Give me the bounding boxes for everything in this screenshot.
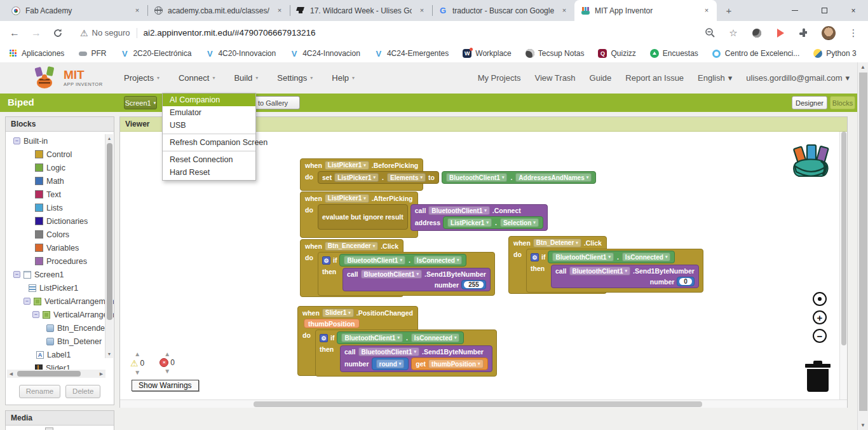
block-if-then[interactable]: ⚙ if BluetoothClient1▾ . IsConnected▾ [315,329,497,377]
tab-close-icon[interactable]: × [132,6,142,16]
bookmark-2c20-electronica[interactable]: V2C20-Electrónica [120,49,191,58]
error-down-icon[interactable]: ▼ [164,368,170,375]
designer-toggle-button[interactable]: Designer [792,96,827,109]
variable-dropdown[interactable]: thumbPosition▾ [428,359,484,368]
component-dropdown[interactable]: ListPicker1▾ [334,173,379,182]
bookmark-4c20-innovacion[interactable]: V4C20-Innovacion [205,49,276,58]
menu-build[interactable]: Build▾ [234,73,258,83]
scroll-left-icon[interactable]: ◀ [7,371,15,377]
scrollbar-thumb[interactable] [107,143,112,320]
block-get-selection[interactable]: ListPicker1▾ . Selection▾ [443,216,543,229]
block-call-send1bytenumber[interactable]: call BluetoothClient1▾ .Send1ByteNumber … [340,345,492,372]
component-dropdown[interactable]: Btn_Detener▾ [533,239,581,247]
component-dropdown[interactable]: Btn_Encender▾ [325,242,378,251]
backpack-icon[interactable] [791,142,831,183]
link-my-projects[interactable]: My Projects [478,73,521,83]
mutator-gear-icon[interactable]: ⚙ [320,334,328,342]
component-dropdown[interactable]: BluetoothClient1▾ [569,267,631,275]
tab-fab-academy[interactable]: Fab Academy × [5,0,147,21]
extension-circle-icon[interactable] [751,27,763,39]
scrollbar-thumb[interactable] [17,371,81,377]
tree-item-variables[interactable]: Variables [6,241,114,254]
property-dropdown[interactable]: IsConnected▾ [411,333,460,342]
block-btn-detener-click[interactable]: when Btn_Detener▾ .Click do ⚙ if [508,236,607,294]
forward-icon[interactable]: → [28,25,44,41]
bookmark-aplicaciones[interactable]: Aplicaciones [9,49,64,58]
scroll-up-icon[interactable]: ▲ [105,134,113,142]
mutator-gear-icon[interactable]: ⚙ [322,256,330,265]
menu-item-reset-connection[interactable]: Reset Connection [163,153,255,166]
warning-down-icon[interactable]: ▼ [134,369,140,376]
block-get-thumbposition[interactable]: get thumbPosition▾ [411,357,487,370]
link-view-trash[interactable]: View Trash [535,73,576,83]
block-get-addressesandnames[interactable]: BluetoothClient1▾ . AddressesAndNames▾ [442,171,596,184]
bookmark-4c24-innovacion[interactable]: V4C24-Innovacion [290,49,360,58]
zoom-out-icon[interactable] [704,27,715,39]
param-thumbposition[interactable]: thumbPosition [304,319,360,328]
tab-close-icon[interactable]: × [702,6,712,16]
minimize-button[interactable] [780,0,810,21]
property-dropdown[interactable]: IsConnected▾ [414,256,463,265]
component-dropdown[interactable]: BluetoothClient1▾ [361,270,423,279]
error-up-icon[interactable]: ▲ [164,350,170,357]
scrollbar-thumb[interactable] [841,132,846,345]
tab-academy-cba[interactable]: academy.cba.mit.edu/classes/w × [147,0,290,21]
not-secure-icon[interactable]: ⚠ [80,28,88,38]
block-btn-encender-click[interactable]: when Btn_Encender▾ .Click do ⚙ if [300,239,403,297]
block-evaluate-ignore[interactable]: evaluate but ignore result [318,204,408,230]
property-dropdown[interactable]: AddressesAndNames▾ [515,173,592,182]
tree-vertical-scrollbar[interactable]: ▲ ▼ [105,134,113,358]
zoom-in-icon[interactable]: + [813,310,827,324]
browser-menu-icon[interactable]: ⋮ [848,27,859,39]
block-round[interactable]: round▾ [372,357,409,370]
bookmark-encuestas[interactable]: Encuestas [650,49,698,58]
tree-item-text[interactable]: Text [6,188,114,201]
block-call-send1bytenumber[interactable]: call BluetoothClient1▾ .Send1ByteNumber … [551,265,699,288]
block-number-255[interactable]: 255 [461,280,486,289]
warning-up-icon[interactable]: ▲ [134,350,140,357]
tab-traductor[interactable]: G traductor - Buscar con Google × [432,0,574,21]
tree-item-lists[interactable]: Lists [6,201,114,214]
rename-button[interactable]: Rename [19,385,60,398]
block-if-then[interactable]: ⚙ if BluetoothClient1▾ . IsConnected▾ [526,249,703,293]
scrollbar-thumb[interactable] [859,73,867,411]
menu-connect[interactable]: Connect▾ [179,73,215,83]
zoom-out-canvas-icon[interactable]: − [813,329,827,343]
block-listpicker-beforepicking[interactable]: when ListPicker1▾ .BeforePicking do set … [300,158,423,191]
block-call-connect[interactable]: call BluetoothClient1▾ .Connect address … [410,204,548,231]
tree-item-screen1[interactable]: −Screen1 [6,268,114,281]
tab-close-icon[interactable]: × [275,6,285,16]
collapse-icon[interactable]: − [13,271,20,278]
collapse-icon[interactable]: − [24,298,31,305]
component-dropdown[interactable]: ListPicker1▾ [325,194,369,203]
tab-wildcard-week[interactable]: 17. Wildcard Week - Ulises Go × [290,0,432,21]
tree-item-colors[interactable]: Colors [6,228,114,241]
bookmark-tecsup-notas[interactable]: Tecsup Notas [526,49,585,58]
restore-button[interactable] [810,0,839,21]
page-scrollbar[interactable]: ▲ ▼ [857,62,868,430]
tree-item-listpicker1[interactable]: ListPicker1 [6,281,114,295]
tree-item-verticalarrangement1[interactable]: −VerticalArrangement1 [6,295,114,308]
bookmark-centro-excelencia[interactable]: Centro de Excelenci... [712,49,799,58]
menu-settings[interactable]: Settings▾ [277,73,313,83]
component-dropdown[interactable]: BluetoothClient1▾ [358,347,420,356]
property-dropdown[interactable]: Elements▾ [387,173,426,182]
tree-item-math[interactable]: Math [6,174,114,188]
block-number-0[interactable]: 0 [677,277,695,286]
block-get-isconnected[interactable]: BluetoothClient1▾ . IsConnected▾ [548,251,675,263]
menu-item-emulator[interactable]: Emulator [163,106,255,119]
account-menu[interactable]: ulises.gordillo@gmail.com▾ [746,73,850,83]
menu-item-usb[interactable]: USB [163,119,255,132]
menu-item-hard-reset[interactable]: Hard Reset [163,166,255,179]
bookmark-star-icon[interactable]: ☆ [728,27,739,39]
link-report-issue[interactable]: Report an Issue [625,73,684,83]
block-get-isconnected[interactable]: BluetoothClient1▾ . IsConnected▾ [339,254,466,267]
scrollbar-thumb[interactable] [254,401,702,407]
component-dropdown[interactable]: BluetoothClient1▾ [446,173,508,182]
component-dropdown[interactable]: ListPicker1▾ [447,218,492,227]
url-text[interactable]: ai2.appinventor.mit.edu/#479070666791321… [144,28,316,38]
app-inventor-logo[interactable]: MITAPP INVENTOR [33,66,103,89]
scroll-down-icon[interactable]: ▼ [105,350,113,358]
collapse-icon[interactable]: − [32,311,39,318]
block-listpicker-afterpicking[interactable]: when ListPicker1▾ .AfterPicking do evalu… [300,191,418,238]
